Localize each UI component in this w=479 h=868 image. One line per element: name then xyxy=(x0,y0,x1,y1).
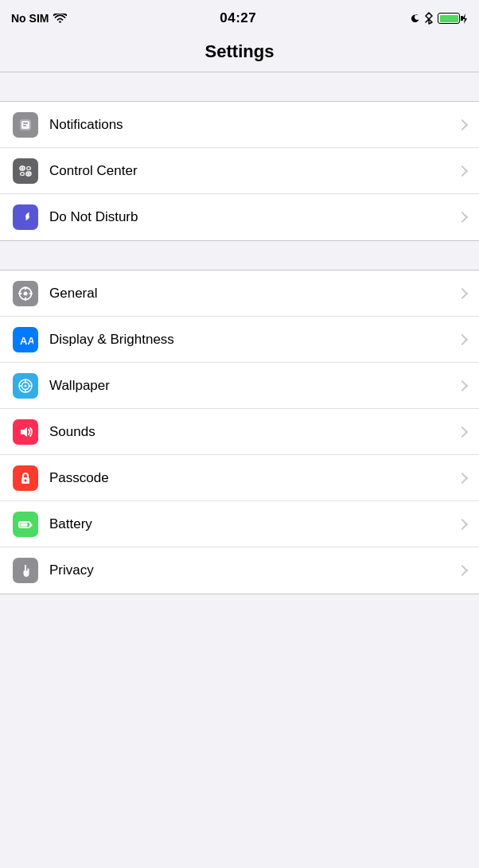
settings-item-control-center[interactable]: Control Center xyxy=(0,148,479,194)
svg-rect-3 xyxy=(23,125,26,127)
section-gap-top xyxy=(0,72,479,101)
wallpaper-icon xyxy=(13,373,38,399)
settings-section-2: General AA Display & Brightness Wallpape… xyxy=(0,270,479,594)
notifications-label: Notifications xyxy=(49,117,458,133)
svg-rect-31 xyxy=(30,524,33,526)
sounds-chevron xyxy=(457,426,468,437)
battery-label: Battery xyxy=(49,516,458,532)
bluetooth-icon xyxy=(424,12,434,25)
general-label: General xyxy=(49,286,458,302)
page-title-bar: Settings xyxy=(0,35,479,72)
svg-point-11 xyxy=(28,173,30,175)
passcode-icon xyxy=(13,465,38,491)
moon-icon xyxy=(409,13,420,24)
control-center-icon xyxy=(13,158,38,184)
control-center-chevron xyxy=(457,165,468,176)
status-left: No SIM xyxy=(11,12,67,25)
settings-item-general[interactable]: General xyxy=(0,271,479,317)
svg-point-5 xyxy=(21,167,24,169)
svg-rect-2 xyxy=(23,123,28,124)
privacy-chevron xyxy=(457,565,468,576)
display-icon: AA xyxy=(13,327,38,352)
general-icon xyxy=(13,281,38,306)
svg-text:AA: AA xyxy=(20,335,33,347)
page-title: Settings xyxy=(0,41,479,62)
do-not-disturb-icon xyxy=(13,204,38,230)
svg-rect-30 xyxy=(21,523,28,526)
settings-item-notifications[interactable]: Notifications xyxy=(0,102,479,148)
display-label: Display & Brightness xyxy=(49,332,458,348)
svg-marker-26 xyxy=(21,427,27,437)
svg-point-9 xyxy=(21,173,24,175)
settings-item-do-not-disturb[interactable]: Do Not Disturb xyxy=(0,194,479,240)
svg-point-13 xyxy=(24,291,28,295)
settings-item-battery[interactable]: Battery xyxy=(0,501,479,547)
battery-indicator xyxy=(438,13,468,24)
do-not-disturb-label: Do Not Disturb xyxy=(49,209,458,225)
wallpaper-label: Wallpaper xyxy=(49,378,458,394)
wifi-icon xyxy=(53,14,67,24)
battery-settings-icon xyxy=(13,512,38,537)
status-bar: No SIM 04:27 xyxy=(0,0,479,35)
settings-section-1: Notifications Control Center xyxy=(0,101,479,241)
section-gap-middle xyxy=(0,241,479,270)
carrier-label: No SIM xyxy=(11,12,49,25)
sounds-icon xyxy=(13,419,38,445)
do-not-disturb-chevron xyxy=(457,212,468,223)
battery-chevron xyxy=(457,518,468,529)
battery-body xyxy=(438,13,460,24)
passcode-chevron xyxy=(457,472,468,483)
svg-point-28 xyxy=(25,479,27,481)
status-right xyxy=(409,12,468,25)
sounds-label: Sounds xyxy=(49,424,458,440)
privacy-label: Privacy xyxy=(49,562,458,578)
settings-item-sounds[interactable]: Sounds xyxy=(0,409,479,455)
battery-fill xyxy=(440,15,458,22)
settings-item-privacy[interactable]: Privacy xyxy=(0,547,479,594)
settings-item-passcode[interactable]: Passcode xyxy=(0,455,479,501)
settings-item-display[interactable]: AA Display & Brightness xyxy=(0,317,479,363)
svg-point-21 xyxy=(25,384,27,387)
passcode-label: Passcode xyxy=(49,470,458,486)
general-chevron xyxy=(457,287,468,298)
privacy-icon xyxy=(13,558,38,583)
wallpaper-chevron xyxy=(457,380,468,391)
notifications-icon xyxy=(13,112,38,138)
control-center-label: Control Center xyxy=(49,163,458,179)
display-chevron xyxy=(457,333,468,344)
notifications-chevron xyxy=(457,119,468,130)
svg-point-7 xyxy=(28,167,30,169)
time-display: 04:27 xyxy=(220,10,256,26)
settings-item-wallpaper[interactable]: Wallpaper xyxy=(0,363,479,409)
